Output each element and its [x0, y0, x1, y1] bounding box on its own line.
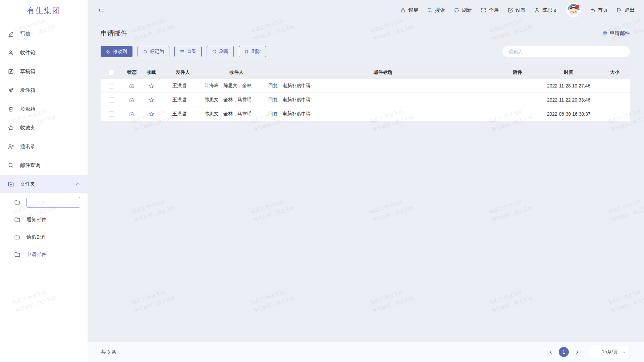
- contacts-icon: [7, 143, 14, 150]
- col-header-status: 状态: [122, 69, 142, 75]
- fullscreen-label: 全屏: [489, 7, 499, 13]
- folder-icon: [14, 199, 20, 205]
- lock-screen-button[interactable]: 锁屏: [400, 7, 418, 13]
- mail-read-icon: [129, 111, 135, 117]
- delete-button[interactable]: 删除: [239, 46, 266, 57]
- row-checkbox[interactable]: [109, 83, 114, 88]
- sidebar-item-favorites[interactable]: 收藏夹: [0, 118, 88, 137]
- view-label: 查看: [187, 49, 196, 55]
- move-to-label: 移动到: [113, 49, 127, 55]
- favorite-star-icon[interactable]: [148, 83, 154, 89]
- col-header-time: 时间: [538, 69, 600, 75]
- move-to-button[interactable]: 移动到: [101, 46, 132, 57]
- home-label: 首页: [598, 7, 608, 13]
- lock-icon: [400, 7, 406, 13]
- table-row[interactable]: 王洪哲 叶海峰，陈思文，全林 回复：电脑补贴申请·· - 2022-11-28 …: [101, 79, 630, 93]
- mail-toolbar: 移动到 标记为 查看: [101, 46, 630, 57]
- pagination: 1 15条/页: [547, 346, 630, 358]
- chevron-up-icon[interactable]: [75, 182, 80, 186]
- mail-time: 2022-11-22 20:33:46: [538, 97, 600, 103]
- mail-attachment: -: [497, 83, 538, 88]
- select-all-checkbox[interactable]: [109, 70, 114, 75]
- list-icon: [180, 49, 184, 54]
- back-home-icon: [590, 7, 595, 13]
- logout-button[interactable]: 退出: [616, 7, 635, 13]
- folder-item-apply[interactable]: 申请邮件: [0, 246, 88, 263]
- prev-page-icon[interactable]: [547, 348, 555, 356]
- refresh-icon: [454, 7, 460, 13]
- mail-recipients: 陈思文，全林，马雪瑶: [205, 111, 268, 117]
- sidebar-item-label: 邮件查询: [20, 162, 40, 169]
- logout-icon: [616, 7, 622, 13]
- sidebar-item-drafts[interactable]: 草稿箱: [0, 62, 88, 81]
- mail-subject[interactable]: 回复：电脑补贴申请··: [268, 97, 497, 103]
- trash-icon: [7, 106, 14, 112]
- new-folder-input[interactable]: [26, 197, 80, 208]
- favorite-star-icon[interactable]: [148, 111, 154, 117]
- sidebar-item-contacts[interactable]: 通讯录: [0, 137, 88, 156]
- settings-button[interactable]: 设置: [507, 7, 526, 13]
- col-header-favorite: 收藏: [142, 69, 161, 75]
- fullscreen-button[interactable]: 全屏: [481, 7, 499, 13]
- search-label: 搜索: [435, 7, 445, 13]
- current-user-label: 陈思文: [542, 7, 557, 13]
- trash-icon: [244, 49, 249, 54]
- sidebar-item-label: 通讯录: [20, 143, 35, 150]
- row-checkbox[interactable]: [109, 97, 114, 103]
- lock-screen-label: 锁屏: [408, 7, 418, 13]
- folder-icon: [14, 251, 20, 258]
- collapse-sidebar-icon[interactable]: [97, 6, 105, 14]
- footer-bar: 共 3 条 1 15条/页: [88, 342, 644, 362]
- folder-icon: [14, 234, 20, 240]
- pencil-icon: [7, 31, 14, 37]
- refresh-list-button[interactable]: 刷新: [207, 46, 234, 57]
- favorite-star-icon[interactable]: [148, 97, 154, 103]
- sidebar-item-folders[interactable]: 文件夹: [0, 175, 88, 193]
- folder-icon: [14, 217, 20, 223]
- table-row[interactable]: 王洪哲 陈思文，全林，马雪瑶 回复：电脑补贴申请·· - 2022-11-22 …: [101, 93, 630, 107]
- folder-item-leave[interactable]: 请假邮件: [0, 228, 88, 246]
- inbox-user-icon: [7, 49, 14, 56]
- mail-search-input[interactable]: [502, 46, 630, 57]
- col-header-recipients: 收件人: [205, 69, 268, 75]
- home-button[interactable]: 首页: [590, 7, 608, 13]
- mark-as-label: 标记为: [150, 49, 164, 55]
- sidebar-item-mail-search[interactable]: 邮件查询: [0, 156, 88, 175]
- row-checkbox[interactable]: [109, 111, 114, 117]
- settings-label: 设置: [516, 7, 526, 13]
- folder-item-notice[interactable]: 通知邮件: [0, 211, 88, 228]
- mail-size: -: [600, 97, 630, 103]
- refresh-button[interactable]: 刷新: [454, 7, 472, 13]
- sidebar-item-trash[interactable]: 垃圾箱: [0, 100, 88, 118]
- mail-recipients: 陈思文，全林，马雪瑶: [205, 97, 268, 103]
- mail-sender: 王洪哲: [161, 111, 205, 117]
- folder-list: 通知邮件 请假邮件 申请邮件: [0, 193, 88, 263]
- page-size-select[interactable]: 15条/页: [590, 346, 630, 358]
- view-button[interactable]: 查看: [174, 46, 202, 57]
- table-header-row: 状态 收藏 发件人 收件人 邮件标题 附件 时间 大小: [101, 66, 630, 79]
- sidebar-item-sent[interactable]: 发件箱: [0, 81, 88, 100]
- col-header-sender: 发件人: [161, 69, 205, 75]
- mail-subject[interactable]: 回复：电脑补贴申请··: [268, 83, 497, 89]
- new-folder-row: [0, 193, 88, 211]
- page-number[interactable]: 1: [559, 347, 569, 357]
- total-count: 共 3 条: [101, 349, 116, 355]
- breadcrumb[interactable]: 申请邮件: [602, 30, 630, 37]
- chevron-down-icon: [622, 351, 626, 354]
- search-button[interactable]: 搜索: [427, 7, 445, 13]
- star-icon: [7, 124, 14, 131]
- tag-icon: [143, 49, 148, 54]
- table-row[interactable]: 王洪哲 陈思文，全林，马雪瑶 回复：电脑补贴申请·· - 2022-06-30 …: [101, 107, 630, 121]
- next-page-icon[interactable]: [573, 348, 581, 356]
- page-title: 申请邮件: [101, 29, 127, 38]
- move-icon: [106, 49, 111, 54]
- avatar[interactable]: [566, 3, 581, 17]
- sidebar-item-compose[interactable]: 写信: [0, 24, 88, 43]
- mail-read-icon: [129, 83, 135, 89]
- map-pin-icon: [602, 31, 608, 36]
- current-user-button[interactable]: 陈思文: [534, 7, 557, 13]
- search-wrap: [502, 46, 630, 57]
- mark-as-button[interactable]: 标记为: [138, 46, 169, 57]
- sidebar-item-inbox[interactable]: 收件箱: [0, 43, 88, 62]
- mail-subject[interactable]: 回复：电脑补贴申请··: [268, 111, 497, 117]
